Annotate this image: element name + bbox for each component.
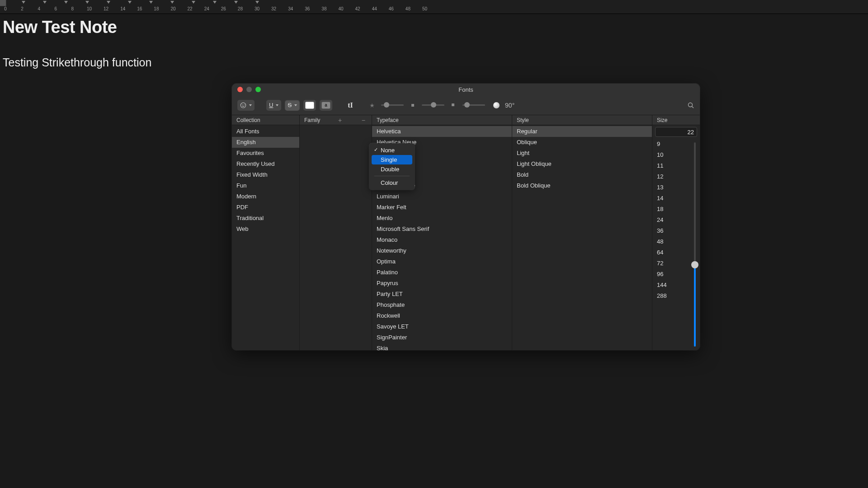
document-area[interactable]: New Test Note Testing Strikethrough func… xyxy=(0,14,868,73)
collection-item[interactable]: Modern xyxy=(232,191,299,202)
typeface-item[interactable]: Savoye LET xyxy=(372,321,512,332)
size-slider-knob[interactable] xyxy=(691,261,698,268)
collection-item[interactable]: Web xyxy=(232,224,299,235)
tab-stop-icon[interactable] xyxy=(64,1,68,4)
strikethrough-button[interactable]: S xyxy=(285,100,300,111)
typeface-item[interactable]: Skia xyxy=(372,343,512,350)
tab-stop-icon[interactable] xyxy=(149,1,153,4)
size-header[interactable]: Size xyxy=(652,115,700,125)
collection-item[interactable]: Traditional xyxy=(232,213,299,224)
typeface-item[interactable]: Papyrus xyxy=(372,278,512,289)
size-item[interactable]: 13 xyxy=(652,182,690,193)
fonts-panel[interactable]: Fonts U S a tI 90° xyxy=(232,84,700,350)
size-item[interactable]: 96 xyxy=(652,269,690,280)
collection-header[interactable]: Collection xyxy=(232,115,299,125)
strikethrough-none[interactable]: None xyxy=(372,145,412,155)
remove-family-button[interactable]: − xyxy=(360,117,367,124)
strikethrough-colour[interactable]: Colour xyxy=(372,178,412,188)
font-effects-button[interactable] xyxy=(237,100,255,111)
collection-list[interactable]: All FontsEnglishFavouritesRecently UsedF… xyxy=(232,125,299,350)
tab-stop-icon[interactable] xyxy=(22,1,25,4)
collection-item[interactable]: Fixed Width xyxy=(232,169,299,180)
size-item[interactable]: 48 xyxy=(652,236,690,247)
size-item[interactable]: 288 xyxy=(652,291,690,301)
typeface-header[interactable]: Typeface xyxy=(372,115,512,125)
strikethrough-menu[interactable]: None Single Double Colour xyxy=(369,143,415,190)
collection-item[interactable]: All Fonts xyxy=(232,126,299,137)
search-icon[interactable] xyxy=(687,102,694,109)
tab-stop-icon[interactable] xyxy=(213,1,217,4)
size-item[interactable]: 72 xyxy=(652,258,690,269)
document-color-button[interactable]: a xyxy=(320,100,332,111)
style-item[interactable]: Bold xyxy=(512,169,652,180)
tab-stop-icon[interactable] xyxy=(128,1,132,4)
typeface-item[interactable]: Party LET xyxy=(372,289,512,300)
add-family-button[interactable]: + xyxy=(336,117,344,124)
typeface-item[interactable]: SignPainter xyxy=(372,332,512,343)
style-item[interactable]: Regular xyxy=(512,126,652,137)
shadow-offset-slider[interactable] xyxy=(462,104,485,106)
family-header[interactable]: Family + − xyxy=(300,115,372,125)
typeface-item[interactable]: Helvetica xyxy=(372,126,512,137)
collection-item[interactable]: PDF xyxy=(232,202,299,213)
size-slider[interactable] xyxy=(690,139,700,350)
style-header[interactable]: Style xyxy=(512,115,652,125)
typeface-item[interactable]: Luminari xyxy=(372,191,512,202)
shadow-blur-slider[interactable] xyxy=(422,104,444,106)
size-item[interactable]: 18 xyxy=(652,204,690,215)
typeface-item[interactable]: Noteworthy xyxy=(372,245,512,256)
size-item[interactable]: 144 xyxy=(652,280,690,291)
shadow-angle-wheel[interactable] xyxy=(493,102,500,108)
close-window-button[interactable] xyxy=(237,87,243,92)
document-body[interactable]: Testing Strikethrough function xyxy=(3,56,865,69)
minimize-window-button[interactable] xyxy=(246,87,252,92)
typeface-item[interactable]: Menlo xyxy=(372,213,512,224)
collection-item[interactable]: Fun xyxy=(232,180,299,191)
size-item[interactable]: 9 xyxy=(652,139,690,150)
size-item[interactable]: 14 xyxy=(652,193,690,204)
size-item[interactable]: 11 xyxy=(652,160,690,171)
style-item[interactable]: Light xyxy=(512,148,652,159)
tab-stop-icon[interactable] xyxy=(43,1,47,4)
strikethrough-double[interactable]: Double xyxy=(372,164,412,174)
document-title[interactable]: New Test Note xyxy=(3,18,865,37)
size-input[interactable] xyxy=(655,127,697,137)
shadow-offset-min-icon xyxy=(450,102,457,109)
style-item[interactable]: Bold Oblique xyxy=(512,180,652,191)
tab-stop-icon[interactable] xyxy=(234,1,238,4)
typeface-item[interactable]: Phosphate xyxy=(372,300,512,310)
typeface-item[interactable]: Monaco xyxy=(372,235,512,245)
tab-stop-icon[interactable] xyxy=(192,1,195,4)
typeface-item[interactable]: Optima xyxy=(372,256,512,267)
tab-stop-icon[interactable] xyxy=(85,1,89,4)
size-item[interactable]: 36 xyxy=(652,225,690,236)
tab-stop-icon[interactable] xyxy=(255,1,259,4)
size-list[interactable]: 9101112131418243648647296144288 xyxy=(652,139,690,350)
underline-button[interactable]: U xyxy=(266,100,281,111)
style-list[interactable]: RegularObliqueLightLight ObliqueBoldBold… xyxy=(512,125,652,350)
tab-stop-icon[interactable] xyxy=(107,1,110,4)
style-item[interactable]: Oblique xyxy=(512,137,652,148)
typeface-item[interactable]: Rockwell xyxy=(372,310,512,321)
typeface-item[interactable]: Palatino xyxy=(372,267,512,278)
size-item[interactable]: 10 xyxy=(652,150,690,160)
size-item[interactable]: 24 xyxy=(652,215,690,225)
panel-titlebar[interactable]: Fonts xyxy=(232,84,700,95)
collection-item[interactable]: English xyxy=(232,137,299,148)
tab-stop-icon[interactable] xyxy=(170,1,174,4)
collection-item[interactable]: Favourites xyxy=(232,148,299,159)
style-item[interactable]: Light Oblique xyxy=(512,159,652,169)
typeface-item[interactable]: Marker Felt xyxy=(372,202,512,213)
size-item[interactable]: 64 xyxy=(652,247,690,258)
ruler-tab-stops[interactable] xyxy=(0,0,868,5)
zoom-window-button[interactable] xyxy=(255,87,261,92)
typeface-item[interactable]: Microsoft Sans Serif xyxy=(372,224,512,235)
shadow-opacity-slider[interactable] xyxy=(381,104,404,106)
typography-button[interactable]: tI xyxy=(344,100,357,111)
size-item[interactable]: 12 xyxy=(652,171,690,182)
collection-item[interactable]: Recently Used xyxy=(232,159,299,169)
family-list[interactable] xyxy=(300,125,372,350)
strikethrough-single[interactable]: Single xyxy=(372,155,412,164)
ruler[interactable]: 0246810121416182022242628303234363840424… xyxy=(0,0,868,14)
text-color-button[interactable] xyxy=(303,100,316,111)
